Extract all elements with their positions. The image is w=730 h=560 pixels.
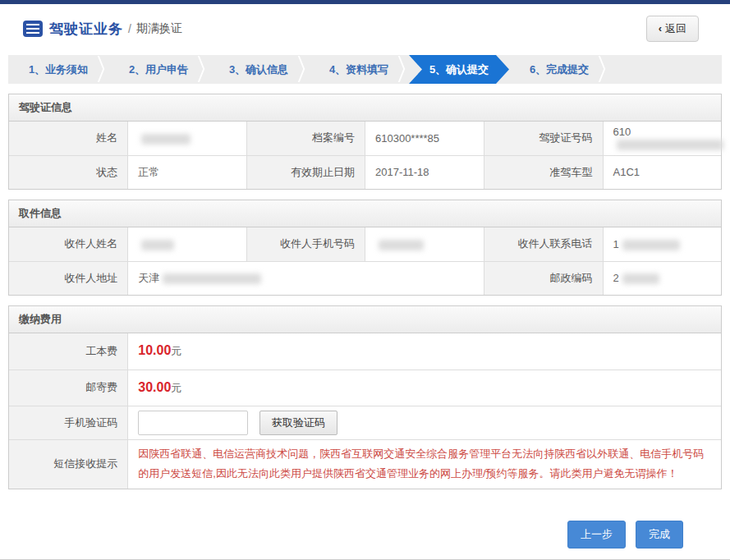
list-icon: [23, 21, 43, 37]
license-no-prefix: 610: [613, 126, 631, 138]
sms-code-input[interactable]: [138, 411, 248, 435]
license-info-section-title: 驾驶证信息: [9, 94, 721, 122]
header: 驾驶证业务 / 期满换证 ‹返回: [0, 4, 730, 52]
redacted-value: [617, 140, 723, 150]
previous-step-button[interactable]: 上一步: [567, 521, 626, 549]
step-wizard: 1、业务须知 2、用户申告 3、确认信息 4、资料填写 5、确认提交 6、完成提…: [8, 55, 722, 84]
post-fee-amount: 30.00: [138, 380, 171, 394]
work-fee-value: 10.00元: [128, 333, 721, 370]
step-5-confirm-submit-active[interactable]: 5、确认提交: [409, 55, 509, 84]
get-sms-code-button[interactable]: 获取验证码: [259, 411, 337, 435]
name-value: [128, 122, 247, 155]
step-2-user-declaration[interactable]: 2、用户申告: [108, 55, 209, 84]
address-prefix: 天津: [138, 272, 159, 284]
recipient-name-value: [128, 227, 247, 261]
work-fee-label: 工本费: [9, 333, 128, 370]
step-1-business-notice[interactable]: 1、业务须知: [8, 55, 108, 84]
zip-code-label: 邮政编码: [484, 261, 603, 295]
zip-prefix: 2: [613, 272, 619, 284]
recipient-address-value: 天津: [128, 261, 484, 295]
status-label: 状态: [9, 155, 128, 189]
step-3-confirm-info[interactable]: 3、确认信息: [209, 55, 309, 84]
table-row: 姓名 档案编号 610300****85 驾驶证号码 610: [9, 122, 721, 155]
file-no-value: 610300****85: [365, 122, 484, 155]
redacted-value: [163, 273, 261, 284]
table-row: 状态 正常 有效期止日期 2017-11-18 准驾车型 A1C1: [9, 155, 721, 189]
recipient-name-label: 收件人姓名: [9, 227, 128, 261]
breadcrumb-separator: /: [128, 22, 131, 35]
step-4-fill-data[interactable]: 4、资料填写: [309, 55, 409, 84]
fees-table: 工本费 10.00元 邮寄费 30.00元 手机验证码 获取验证码 短信接收提示…: [9, 333, 721, 489]
pickup-info-table: 收件人姓名 收件人手机号码 收件人联系电话 1 收件人地址 天津 邮政编码 2: [9, 227, 721, 295]
table-row: 收件人姓名 收件人手机号码 收件人联系电话 1: [9, 227, 721, 261]
finish-button[interactable]: 完成: [636, 521, 683, 549]
page-container: 驾驶证业务 / 期满换证 ‹返回 1、业务须知 2、用户申告 3、确认信息 4、…: [0, 4, 730, 560]
fee-unit: 元: [171, 382, 181, 394]
table-row: 工本费 10.00元: [9, 333, 721, 370]
sms-code-cell: 获取验证码: [128, 406, 721, 439]
expiry-value: 2017-11-18: [365, 155, 484, 189]
license-info-table: 姓名 档案编号 610300****85 驾驶证号码 610 状态 正常 有效期…: [9, 122, 721, 189]
status-value: 正常: [128, 155, 247, 189]
post-fee-value: 30.00元: [128, 370, 721, 406]
pickup-info-section: 取件信息 收件人姓名 收件人手机号码 收件人联系电话 1 收件人地址 天津 邮政…: [8, 200, 722, 296]
back-button-label: 返回: [665, 22, 686, 34]
expiry-label: 有效期止日期: [247, 155, 365, 189]
recipient-mobile-value: [365, 227, 484, 261]
step-6-complete-submit[interactable]: 6、完成提交: [509, 55, 609, 84]
file-no-label: 档案编号: [247, 122, 365, 155]
fees-section: 缴纳费用 工本费 10.00元 邮寄费 30.00元 手机验证码 获取验证码 短…: [8, 305, 722, 489]
redacted-value: [622, 240, 680, 250]
fee-unit: 元: [171, 345, 181, 357]
recipient-phone-value: 1: [603, 227, 721, 261]
breadcrumb-current: 期满换证: [136, 21, 182, 36]
post-fee-label: 邮寄费: [9, 370, 128, 406]
license-no-label: 驾驶证号码: [484, 122, 603, 155]
zip-code-value: 2: [603, 261, 721, 295]
page-title: 驾驶证业务: [49, 20, 123, 39]
phone-prefix: 1: [613, 238, 619, 250]
redacted-value: [141, 240, 174, 250]
sms-code-label: 手机验证码: [9, 406, 128, 439]
fees-section-title: 缴纳费用: [9, 306, 721, 333]
table-row: 收件人地址 天津 邮政编码 2: [9, 261, 721, 295]
redacted-value: [622, 273, 659, 284]
recipient-phone-label: 收件人联系电话: [484, 227, 603, 261]
recipient-mobile-label: 收件人手机号码: [247, 227, 365, 261]
work-fee-amount: 10.00: [138, 343, 171, 357]
table-row: 邮寄费 30.00元: [9, 370, 721, 406]
license-info-section: 驾驶证信息 姓名 档案编号 610300****85 驾驶证号码 610 状态 …: [8, 94, 722, 190]
name-label: 姓名: [9, 122, 128, 155]
redacted-value: [379, 240, 424, 250]
table-row: 手机验证码 获取验证码: [9, 406, 721, 439]
pickup-info-section-title: 取件信息: [9, 200, 721, 227]
recipient-address-label: 收件人地址: [9, 261, 128, 295]
back-chevron-icon: ‹: [659, 22, 662, 34]
redacted-value: [141, 134, 191, 145]
license-no-value: 610: [603, 122, 721, 155]
sms-notice-label: 短信接收提示: [9, 439, 128, 489]
back-button[interactable]: ‹返回: [646, 16, 699, 42]
table-row: 短信接收提示 因陕西省联通、电信运营商技术问题，陕西省互联网交通安全综合服务管理…: [9, 439, 721, 489]
vehicle-class-label: 准驾车型: [484, 155, 603, 189]
step-bar-filler: [609, 55, 722, 84]
sms-notice-text: 因陕西省联通、电信运营商技术问题，陕西省互联网交通安全综合服务管理平台无法向持陕…: [128, 439, 721, 489]
bottom-actions: 上一步 完成: [0, 489, 730, 549]
vehicle-class-value: A1C1: [603, 155, 721, 189]
